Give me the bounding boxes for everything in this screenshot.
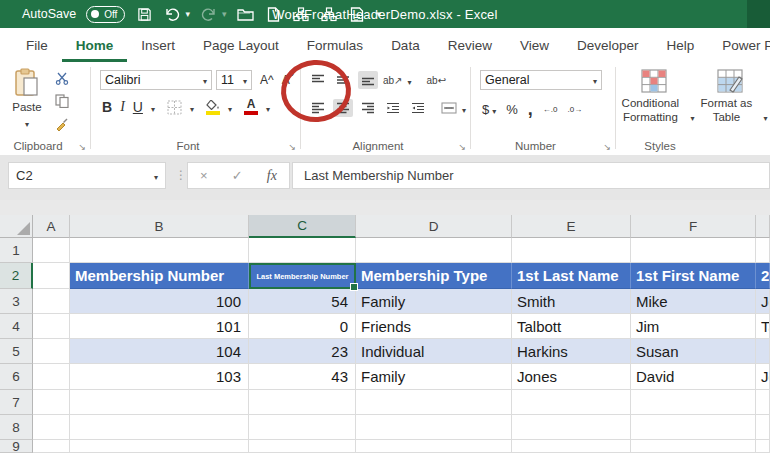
insert-function-icon[interactable]: fx — [267, 168, 277, 184]
cell-E2[interactable]: 1st Last Name — [512, 263, 631, 289]
cell-E1[interactable] — [512, 238, 631, 263]
format-painter-icon[interactable] — [52, 116, 72, 132]
tab-power-pivot[interactable]: Power Pivot — [708, 38, 770, 62]
new-document-icon[interactable] — [264, 5, 282, 23]
cell-E3[interactable]: Smith — [512, 289, 631, 314]
font-size-select[interactable]: 11 — [216, 70, 252, 90]
cell-D2[interactable]: Membership Type — [356, 263, 512, 289]
cell-D9[interactable] — [356, 440, 512, 453]
bold-button[interactable]: B — [102, 99, 112, 115]
cell-A2[interactable] — [33, 263, 70, 289]
tab-developer[interactable]: Developer — [563, 38, 653, 62]
dialog-launcher-icon[interactable] — [288, 142, 296, 152]
tab-view[interactable]: View — [506, 38, 563, 62]
cell-C8[interactable] — [249, 415, 356, 440]
merge-center-icon[interactable] — [441, 102, 457, 114]
cell-C9[interactable] — [249, 440, 356, 453]
increase-indent-icon[interactable] — [408, 99, 428, 117]
cell-A1[interactable] — [33, 238, 70, 263]
cell-F9[interactable] — [631, 440, 756, 453]
cell-F8[interactable] — [631, 415, 756, 440]
align-middle-icon[interactable] — [333, 71, 353, 89]
column-header-D[interactable]: D — [356, 215, 512, 238]
align-left-icon[interactable] — [308, 99, 328, 117]
copy-icon[interactable] — [52, 93, 72, 109]
cell-B5[interactable]: 104 — [70, 339, 249, 364]
cell-E7[interactable] — [512, 390, 631, 415]
currency-dropdown-icon[interactable] — [492, 100, 496, 118]
org-chart-icon[interactable] — [292, 5, 310, 23]
cell-F4[interactable]: Jim — [631, 314, 756, 339]
tab-file[interactable]: File — [12, 38, 62, 62]
tab-data[interactable]: Data — [377, 38, 434, 62]
cell-A3[interactable] — [33, 289, 70, 314]
cell-D7[interactable] — [356, 390, 512, 415]
decrease-indent-icon[interactable] — [383, 99, 403, 117]
merge-center-dropdown-icon[interactable] — [462, 99, 466, 117]
customize-qat-icon[interactable]: ▾ — [376, 9, 381, 19]
column-header-C[interactable]: C — [249, 215, 356, 238]
cell-B2[interactable]: Membership Number — [70, 263, 249, 289]
print-preview-icon[interactable] — [348, 5, 366, 23]
decrease-font-size-button[interactable]: Aˇ — [282, 73, 294, 87]
cell-A4[interactable] — [33, 314, 70, 339]
font-name-select[interactable]: Calibri — [100, 70, 212, 90]
cell-C2[interactable]: Last Membership Number — [249, 263, 356, 289]
align-right-icon[interactable] — [358, 99, 378, 117]
cell-D4[interactable]: Friends — [356, 314, 512, 339]
underline-button[interactable]: U — [133, 99, 143, 115]
orientation-dropdown-icon[interactable] — [408, 71, 412, 89]
cell-G6[interactable]: Jo — [756, 364, 770, 390]
formula-input[interactable]: Last Membership Number — [292, 162, 770, 189]
cell-C4[interactable]: 0 — [249, 314, 356, 339]
cell-G1[interactable] — [756, 238, 770, 263]
fill-color-button[interactable] — [206, 100, 220, 115]
cell-E6[interactable]: Jones — [512, 364, 631, 390]
cell-D1[interactable] — [356, 238, 512, 263]
borders-icon[interactable] — [167, 100, 182, 115]
row-header-4[interactable]: 4 — [0, 314, 33, 339]
cell-F7[interactable] — [631, 390, 756, 415]
cell-B6[interactable]: 103 — [70, 364, 249, 390]
cell-E8[interactable] — [512, 415, 631, 440]
dialog-launcher-icon[interactable] — [458, 142, 466, 152]
align-top-icon[interactable] — [308, 71, 328, 89]
dialog-launcher-icon[interactable] — [78, 142, 86, 152]
font-color-dropdown-icon[interactable] — [266, 98, 270, 116]
tab-home[interactable]: Home — [62, 38, 128, 62]
tab-review[interactable]: Review — [434, 38, 506, 62]
column-header-B[interactable]: B — [70, 215, 249, 238]
cell-E9[interactable] — [512, 440, 631, 453]
cell-E4[interactable]: Talbott — [512, 314, 631, 339]
row-header-3[interactable]: 3 — [0, 289, 33, 314]
cell-A6[interactable] — [33, 364, 70, 390]
cell-A5[interactable] — [33, 339, 70, 364]
fill-color-dropdown-icon[interactable] — [228, 98, 232, 116]
number-format-select[interactable]: General — [480, 70, 602, 90]
tab-help[interactable]: Help — [653, 38, 709, 62]
autosave-toggle[interactable]: Off — [86, 6, 125, 23]
cell-D6[interactable]: Family — [356, 364, 512, 390]
cancel-icon[interactable]: × — [200, 168, 208, 183]
cell-A9[interactable] — [33, 440, 70, 453]
cell-F3[interactable]: Mike — [631, 289, 756, 314]
cell-E5[interactable]: Harkins — [512, 339, 631, 364]
select-all-corner[interactable] — [0, 215, 33, 238]
cell-G7[interactable] — [756, 390, 770, 415]
orientation-button[interactable]: ab↗ — [383, 75, 403, 86]
cell-G2[interactable]: 2n — [756, 263, 770, 289]
cell-F2[interactable]: 1st First Name — [631, 263, 756, 289]
increase-font-size-button[interactable]: A^ — [260, 73, 274, 87]
org-chart-icon-2[interactable] — [320, 5, 338, 23]
cell-B4[interactable]: 101 — [70, 314, 249, 339]
tab-page-layout[interactable]: Page Layout — [189, 38, 293, 62]
cell-C6[interactable]: 43 — [249, 364, 356, 390]
font-color-button[interactable]: A — [244, 99, 258, 115]
cell-C1[interactable] — [249, 238, 356, 263]
row-header-6[interactable]: 6 — [0, 364, 33, 390]
cell-C7[interactable] — [249, 390, 356, 415]
increase-decimal-button[interactable]: ←.0 — [543, 105, 558, 114]
name-box[interactable]: C2 — [8, 162, 166, 189]
cell-G5[interactable] — [756, 339, 770, 364]
cell-G8[interactable] — [756, 415, 770, 440]
